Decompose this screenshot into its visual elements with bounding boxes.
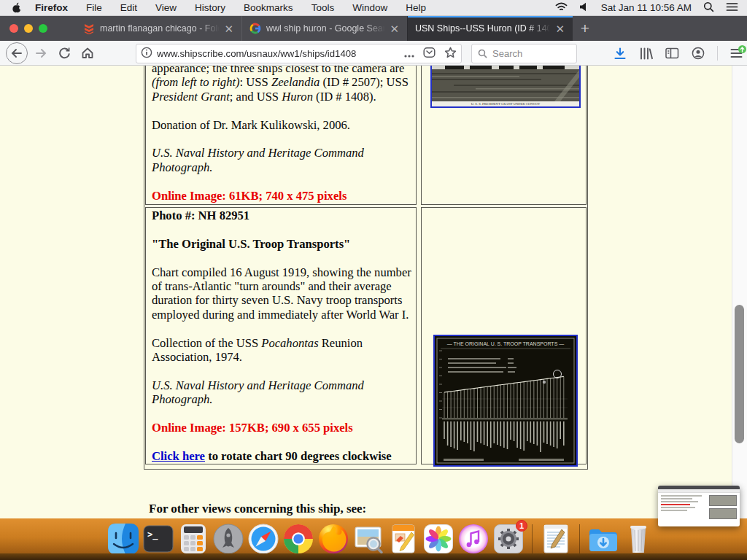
menu-item-help[interactable]: Help bbox=[406, 2, 426, 13]
apple-menu-icon[interactable] bbox=[12, 1, 22, 14]
donation-line: Donation of Dr. Mark Kulikowski, 2006. bbox=[152, 118, 413, 132]
tab-strip: martin flanagan chicago - Fold3✕wwl ship… bbox=[76, 16, 597, 41]
account-icon[interactable] bbox=[692, 47, 705, 60]
page-actions-icon[interactable] bbox=[404, 47, 414, 61]
caption-block-row1: appearance; the three ships closest to t… bbox=[152, 66, 413, 203]
menu-items: FileEditViewHistoryBookmarksToolsWindowH… bbox=[86, 2, 426, 13]
ship-photo-thumbnail[interactable]: U. S. S. PRESIDENT GRANT UNDER CONVOY bbox=[430, 66, 581, 108]
dock-trash-icon[interactable] bbox=[622, 523, 654, 555]
menu-item-file[interactable]: File bbox=[86, 2, 102, 13]
mini-page-body bbox=[658, 493, 740, 524]
search-input[interactable] bbox=[492, 48, 565, 59]
search-bar[interactable] bbox=[471, 44, 577, 63]
page-content: appearance; the three ships closest to t… bbox=[0, 66, 732, 518]
dock-chrome-icon[interactable] bbox=[282, 523, 314, 555]
menu-bar: Firefox FileEditViewHistoryBookmarksTool… bbox=[0, 0, 747, 16]
rotate-line: Click here to rotate chart 90 degrees cl… bbox=[152, 449, 413, 463]
window-minimize-button[interactable] bbox=[24, 24, 33, 33]
dock-downloads-icon[interactable] bbox=[587, 523, 619, 555]
window-close-button[interactable] bbox=[9, 24, 18, 33]
tab-title: martin flanagan chicago - Fold3 bbox=[100, 23, 222, 34]
site-info-icon[interactable] bbox=[141, 47, 152, 61]
wifi-icon[interactable] bbox=[555, 2, 568, 14]
tab-close-icon[interactable]: ✕ bbox=[222, 23, 236, 34]
menu-item-bookmarks[interactable]: Bookmarks bbox=[244, 2, 293, 13]
bookmark-star-icon[interactable] bbox=[444, 47, 457, 61]
dock-finder-icon[interactable] bbox=[107, 523, 139, 555]
caption-block-row2: Photo #: NH 82951 "The Original U.S. Tro… bbox=[152, 209, 413, 463]
photo-title: "The Original U.S. Troop Transports" bbox=[152, 237, 413, 251]
update-badge-icon bbox=[738, 45, 746, 53]
navigation-toolbar: www.shipscribe.com/usnaux/ww1/ships/id14… bbox=[0, 41, 747, 66]
library-icon[interactable] bbox=[639, 47, 653, 60]
desktop-wallpaper: >_1 bbox=[0, 518, 747, 560]
forward-button[interactable] bbox=[31, 43, 51, 63]
dock-textedit-icon[interactable] bbox=[540, 523, 572, 555]
paragraph: appearance; the three ships closest to t… bbox=[152, 66, 413, 104]
menu-item-tools[interactable]: Tools bbox=[311, 2, 335, 13]
reload-button[interactable] bbox=[54, 43, 74, 63]
spotlight-search-icon[interactable] bbox=[703, 1, 714, 15]
menu-bar-status: Sat Jan 11 10:56 AM bbox=[555, 1, 738, 15]
dock-pages-icon[interactable] bbox=[387, 523, 419, 555]
dock-launchpad-icon[interactable] bbox=[212, 523, 244, 555]
menu-clock[interactable]: Sat Jan 11 10:56 AM bbox=[601, 2, 692, 13]
scrollbar-thumb[interactable] bbox=[735, 305, 744, 443]
dock-divider bbox=[532, 524, 533, 553]
menu-item-edit[interactable]: Edit bbox=[120, 2, 137, 13]
dock-terminal-icon[interactable]: >_ bbox=[142, 523, 174, 555]
chart-description: Chart compiled 16 August 1919, showing t… bbox=[152, 265, 413, 322]
menu-item-window[interactable]: Window bbox=[352, 2, 387, 13]
pocket-icon[interactable] bbox=[423, 47, 436, 61]
search-icon bbox=[478, 49, 487, 58]
online-image-info: Online Image: 157KB; 690 x 655 pixels bbox=[152, 421, 413, 435]
home-button[interactable] bbox=[77, 43, 98, 63]
url-bar[interactable]: www.shipscribe.com/usnaux/ww1/ships/id14… bbox=[136, 44, 462, 63]
downloads-icon[interactable] bbox=[614, 47, 627, 60]
tab-bar: martin flanagan chicago - Fold3✕wwl ship… bbox=[0, 16, 747, 41]
dock-divider bbox=[579, 524, 580, 553]
menu-app-name[interactable]: Firefox bbox=[35, 2, 68, 13]
dock-itunes-icon[interactable] bbox=[457, 523, 489, 555]
tab-3[interactable]: USN Ships--USS Huron (ID # 1408)✕ bbox=[407, 16, 573, 41]
notification-center-icon[interactable] bbox=[726, 2, 738, 14]
menu-item-view[interactable]: View bbox=[155, 2, 177, 13]
chart-title-text: — THE ORIGINAL U. S. TROOP TRANSPORTS — bbox=[447, 341, 565, 346]
troop-transport-chart-thumbnail[interactable]: — THE ORIGINAL U. S. TROOP TRANSPORTS — bbox=[433, 335, 578, 467]
credit-line: U.S. Naval History and Heritage Command … bbox=[152, 146, 413, 174]
credit-line: U.S. Naval History and Heritage Command … bbox=[152, 378, 413, 407]
dock-preview-icon[interactable] bbox=[352, 523, 384, 555]
rotate-chart-link[interactable]: Click here bbox=[152, 449, 205, 463]
tab-title: USN Ships--USS Huron (ID # 1408) bbox=[415, 23, 553, 34]
window-zoom-button[interactable] bbox=[39, 24, 47, 33]
fold3-favicon-icon bbox=[83, 23, 95, 34]
new-tab-button[interactable]: + bbox=[573, 16, 597, 41]
back-button[interactable] bbox=[6, 42, 28, 64]
collection-line: Collection of the USS Pocahontas Reunion… bbox=[152, 336, 413, 365]
page-footer-text: For other views concerning this ship, se… bbox=[149, 502, 366, 516]
notification-badge: 1 bbox=[516, 520, 527, 532]
google-favicon-icon bbox=[249, 23, 261, 34]
tab-1[interactable]: martin flanagan chicago - Fold3✕ bbox=[76, 16, 241, 41]
toolbar-right-icons bbox=[614, 41, 743, 66]
online-image-info: Online Image: 61KB; 740 x 475 pixels bbox=[152, 189, 413, 203]
menu-item-history[interactable]: History bbox=[195, 2, 225, 13]
dock: >_1 bbox=[107, 523, 654, 555]
minimized-window-thumbnail[interactable] bbox=[658, 486, 740, 526]
volume-icon[interactable] bbox=[579, 2, 589, 14]
dock-safari-icon[interactable] bbox=[247, 523, 279, 555]
toolbar-separator bbox=[717, 46, 718, 61]
dock-system-preferences-icon[interactable]: 1 bbox=[492, 523, 525, 555]
scrollbar-track[interactable] bbox=[732, 66, 747, 518]
dock-calculator-icon[interactable] bbox=[177, 523, 209, 555]
tab-title: wwl ship huron - Google Search bbox=[266, 23, 387, 34]
hamburger-menu-icon[interactable] bbox=[730, 48, 743, 58]
dock-firefox-icon[interactable] bbox=[317, 523, 349, 555]
tab-close-icon[interactable]: ✕ bbox=[553, 23, 567, 34]
tab-close-icon[interactable]: ✕ bbox=[387, 23, 401, 34]
url-text[interactable]: www.shipscribe.com/usnaux/ww1/ships/id14… bbox=[157, 48, 400, 59]
svg-text:>_: >_ bbox=[147, 529, 158, 540]
tab-2[interactable]: wwl ship huron - Google Search✕ bbox=[241, 16, 407, 41]
sidebar-icon[interactable] bbox=[665, 47, 679, 59]
dock-photos-icon[interactable] bbox=[422, 523, 454, 555]
